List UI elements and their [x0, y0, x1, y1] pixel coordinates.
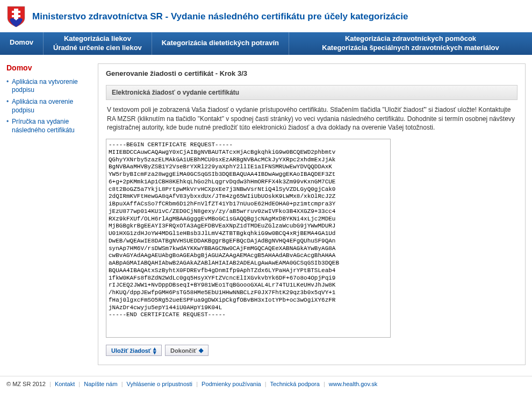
finish-button[interactable]: Dokončiť ◆: [165, 345, 209, 356]
sidebar-item: Aplikácia na overenie podpisu: [6, 96, 91, 116]
copyright: © MZ SR 2012: [6, 381, 46, 387]
sidebar-link-verify-sig[interactable]: Aplikácia na overenie podpisu: [12, 98, 73, 114]
sidebar-link-cert-guide[interactable]: Príručka na vydanie následného certifiká…: [12, 118, 75, 134]
app-title: Ministerstvo zdravotníctva SR - Vydanie …: [32, 11, 408, 22]
main-panel: Generovanie žiadosti o certifikát - Krok…: [98, 63, 526, 366]
sidebar-title: Domov: [6, 63, 91, 72]
certificate-request-textarea[interactable]: [106, 139, 391, 338]
finish-label: Dokončiť: [170, 347, 197, 354]
nav-home[interactable]: Domov: [0, 32, 44, 55]
nav-dietetics-line1: Kategorizácia dietetických potravín: [162, 39, 279, 48]
nav-medical-aids-line2: Kategorizácia špeciálnych zdravotníckych…: [299, 44, 522, 53]
save-request-button[interactable]: Uložiť žiadosť ▴▾: [106, 345, 162, 356]
nav-medical-aids-line1: Kategorizácia zdravotníckych pomôcok: [299, 34, 522, 44]
save-label: Uložiť žiadosť: [111, 347, 151, 354]
national-shield-icon: [6, 5, 26, 28]
nav-medical-aids[interactable]: Kategorizácia zdravotníckych pomôcok Kat…: [289, 32, 532, 55]
sidebar: Domov Aplikácia na vytvorenie podpisu Ap…: [6, 63, 98, 366]
nav-drugs-line2: Úradné určenie cien liekov: [53, 44, 142, 53]
sidebar-link-create-sig[interactable]: Aplikácia na vytvorenie podpisu: [12, 78, 78, 94]
nav-drugs[interactable]: Kategorizácia liekov Úradné určenie cien…: [44, 32, 152, 55]
sidebar-item: Príručka na vydanie následného certifiká…: [6, 116, 91, 136]
expand-icon: ▴▾: [153, 347, 156, 354]
footer: © MZ SR 2012 | Kontakt | Napíšte nám | V…: [0, 376, 532, 391]
footer-link-support[interactable]: Technická podpora: [270, 381, 320, 387]
main-nav: Domov Kategorizácia liekov Úradné určeni…: [0, 32, 532, 55]
header: Ministerstvo zdravotníctva SR - Vydanie …: [0, 0, 532, 32]
footer-link-contact[interactable]: Kontakt: [55, 381, 75, 387]
footer-link-write[interactable]: Napíšte nám: [84, 381, 117, 387]
footer-link-terms[interactable]: Podmienky používania: [202, 381, 261, 387]
nav-dietetics[interactable]: Kategorizácia dietetických potravín: [152, 32, 289, 55]
footer-link-health[interactable]: www.health.gov.sk: [329, 381, 377, 387]
footer-link-accessibility[interactable]: Vyhlásenie o prípustnosti: [127, 381, 193, 387]
section-title: Elektronická žiadosť o vydanie certifiká…: [106, 85, 517, 100]
instructions-text: V textovom poli je zobrazená Vaša žiados…: [107, 105, 516, 132]
sidebar-item: Aplikácia na vytvorenie podpisu: [6, 76, 91, 96]
nav-drugs-line1: Kategorizácia liekov: [53, 34, 142, 44]
arrow-left-icon: ◆: [199, 347, 203, 354]
page-heading: Generovanie žiadosti o certifikát - Krok…: [106, 69, 517, 77]
